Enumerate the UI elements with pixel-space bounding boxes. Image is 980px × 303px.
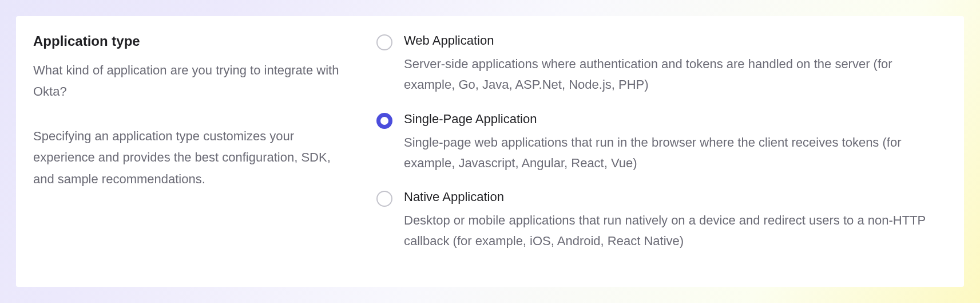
option-body: Web Application Server-side applications…: [404, 33, 941, 96]
option-native-application: Native Application Desktop or mobile app…: [376, 190, 941, 252]
option-desc: Server-side applications where authentic…: [404, 54, 941, 96]
application-type-card: Application type What kind of applicatio…: [16, 16, 964, 287]
section-explain: Specifying an application type customize…: [33, 125, 354, 190]
option-body: Single-Page Application Single-page web …: [404, 112, 941, 174]
option-single-page-application: Single-Page Application Single-page web …: [376, 112, 941, 174]
option-desc: Single-page web applications that run in…: [404, 132, 941, 174]
option-web-application: Web Application Server-side applications…: [376, 33, 941, 96]
section-question: What kind of application are you trying …: [33, 60, 354, 103]
option-label[interactable]: Web Application: [404, 33, 941, 48]
options-list: Web Application Server-side applications…: [376, 33, 941, 270]
radio-single-page-application[interactable]: [376, 113, 392, 129]
option-desc: Desktop or mobile applications that run …: [404, 210, 941, 252]
radio-web-application[interactable]: [376, 34, 392, 50]
option-label[interactable]: Native Application: [404, 190, 941, 204]
section-title: Application type: [33, 33, 354, 49]
radio-native-application[interactable]: [376, 191, 392, 207]
section-info: Application type What kind of applicatio…: [33, 33, 354, 270]
option-label[interactable]: Single-Page Application: [404, 112, 941, 127]
option-body: Native Application Desktop or mobile app…: [404, 190, 941, 252]
